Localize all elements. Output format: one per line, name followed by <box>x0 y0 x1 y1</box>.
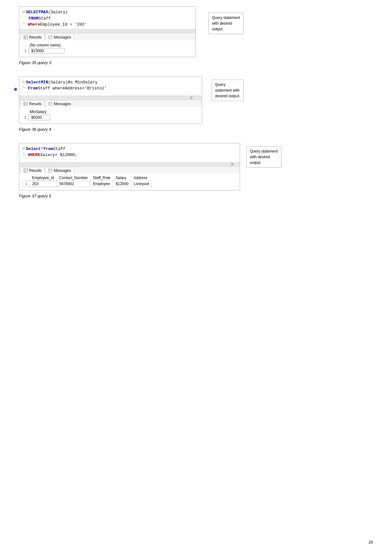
tab-messages-36[interactable]: Messages <box>45 100 74 107</box>
kw-parens-36: (Salary) <box>48 79 68 86</box>
kw-where: Where <box>28 21 40 28</box>
figure-35-wrapper: ⊟ SELECT MAX(Salary) FROM Staff └─ Where… <box>19 6 373 59</box>
tree-branch: └─ <box>22 21 27 27</box>
kw-staff: Staff <box>39 15 51 22</box>
table-row-num: 1 <box>23 181 30 187</box>
tab-results-35[interactable]: Results <box>21 34 45 40</box>
query-line-36-1: ⊟ Select MIN (Salary)As MinSalary <box>22 79 199 86</box>
kw-from-36: From <box>28 85 38 92</box>
tabs-row-37: Results Messages <box>19 166 240 174</box>
tabs-row-36: Results Messages <box>19 99 202 107</box>
kw-staffwhere-36: Staff where <box>38 85 65 92</box>
results-header-row-35: (No column name) <box>22 42 64 48</box>
figure-37-query-wrap: ⊟ Select * from Staff └─ WHERE Salary= $… <box>19 143 240 192</box>
results-area-35: (No column name) 1 $15000 <box>19 40 196 57</box>
messages-icon-37 <box>48 168 52 173</box>
horizontal-scrollbar-35[interactable] <box>19 29 196 33</box>
results-data-row-35: 1 $15000 <box>22 48 64 54</box>
figure-36: ⊟ Select MIN (Salary)As MinSalary └─ Fro… <box>19 76 373 132</box>
tab-results-label-36: Results <box>29 102 42 106</box>
kw-max: MAX <box>41 9 48 15</box>
results-rownum-35: 1 <box>22 48 28 54</box>
figure-35-query-area: ⊟ SELECT MAX(Salary) FROM Staff └─ Where… <box>19 7 196 29</box>
callout-36-line1: Query <box>215 82 240 87</box>
results-grid-35: (No column name) 1 $15000 <box>22 42 64 54</box>
callout-35: Query statement with desired output. <box>208 13 244 34</box>
collapse-icon: ⊟ <box>22 9 25 15</box>
kw-from: FROM <box>29 15 39 22</box>
results-icon-35 <box>23 35 28 39</box>
tab-results-label-37: Results <box>29 168 42 173</box>
callout-36-line2: statement with <box>215 87 240 93</box>
tab-messages-label-36: Messages <box>54 102 71 106</box>
results-table-header-row-37: Employee_Id Contact_Number Staff_Role Sa… <box>23 175 152 181</box>
tab-messages-37[interactable]: Messages <box>45 167 74 174</box>
callout-36: Query statement with desired output. <box>212 80 244 101</box>
tab-messages-35[interactable]: Messages <box>45 34 74 40</box>
results-table-body-37: 12035678902Employee$12000Liverpool <box>23 181 152 187</box>
horizontal-scrollbar-36[interactable]: ||| <box>19 96 202 99</box>
kw-min-36: MIN <box>41 79 48 86</box>
collapse-icon-36: ⊟ <box>22 79 25 85</box>
callout-37-line1: Query statement <box>250 148 278 154</box>
results-grid-36: MinSalary 1 $5000 <box>22 109 50 120</box>
col-staff-role-37: Staff_Role <box>90 175 113 181</box>
figure-35: ⊟ SELECT MAX(Salary) FROM Staff └─ Where… <box>19 6 373 65</box>
figure-37-wrapper: ⊟ Select * from Staff └─ WHERE Salary= $… <box>19 143 373 192</box>
results-rownum-header-36 <box>22 109 28 115</box>
col-employee-id-37: Employee_Id <box>29 175 57 181</box>
results-area-36: MinSalary 1 $5000 <box>19 107 202 123</box>
tab-results-37[interactable]: Results <box>21 167 45 174</box>
table-cell-0: 203 <box>29 181 57 187</box>
results-col-header-36: MinSalary <box>28 109 50 115</box>
results-header-row-36: MinSalary <box>22 109 50 115</box>
svg-rect-7 <box>24 102 27 106</box>
kw-select: SELECT <box>26 9 41 15</box>
callout-37: Query statement with desired output. <box>246 146 281 168</box>
svg-rect-14 <box>24 169 27 172</box>
figure-36-query-wrap: ⊟ Select MIN (Salary)As MinSalary └─ Fro… <box>19 76 202 126</box>
callout-36-line3: desired output. <box>215 93 240 99</box>
kw-condition: Employee_Id = '202' <box>40 21 87 28</box>
figure-36-wrapper: ⊟ Select MIN (Salary)As MinSalary └─ Fro… <box>19 76 373 126</box>
callout-37-container: Query statement with desired output. <box>246 146 281 168</box>
results-table-37: Employee_Id Contact_Number Staff_Role Sa… <box>22 175 152 187</box>
results-rownum-36: 1 <box>22 115 28 120</box>
scroll-indicator-36: ||| <box>190 96 192 99</box>
callout-35-line3: output. <box>212 26 240 32</box>
collapse-icon-37: ⊟ <box>22 146 25 152</box>
query-line-3: └─ Where Employee_Id = '202' <box>22 21 192 28</box>
figure-37-query-area: ⊟ Select * from Staff └─ WHERE Salary= $… <box>19 143 240 162</box>
callout-37-line2: with desired <box>250 154 278 160</box>
table-cell-3: $12000 <box>113 181 131 187</box>
kw-bristol-36: 'Bristol' <box>85 85 107 92</box>
figure-37-query-window: ⊟ Select * from Staff └─ WHERE Salary= $… <box>19 143 240 190</box>
query-line-2: FROM Staff <box>22 15 192 22</box>
kw-staff-37: Staff <box>53 146 65 152</box>
svg-rect-18 <box>48 169 52 172</box>
results-value-35: $15000 <box>28 48 65 54</box>
kw-salary-parens: (Salary) <box>48 9 68 15</box>
col-salary-37: Salary <box>113 175 131 181</box>
tab-messages-label-37: Messages <box>54 168 71 173</box>
scroll-indicator-37: ||| <box>231 163 233 166</box>
svg-rect-4 <box>48 36 52 39</box>
horizontal-scrollbar-37[interactable]: ||| <box>19 162 240 166</box>
kw-select-36: Select <box>26 79 41 86</box>
figure-35-query-window: ⊟ SELECT MAX(Salary) FROM Staff └─ Where… <box>19 6 196 57</box>
query-line-37-1: ⊟ Select * from Staff <box>22 146 237 152</box>
callout-37-line3: output. <box>250 160 278 166</box>
col-empty-37 <box>23 175 30 181</box>
tab-results-label-35: Results <box>29 35 42 39</box>
messages-icon-35 <box>48 35 52 39</box>
table-row: 12035678902Employee$12000Liverpool <box>23 181 152 187</box>
messages-icon-36 <box>48 102 52 106</box>
svg-rect-11 <box>48 102 52 105</box>
tab-results-36[interactable]: Results <box>21 100 45 107</box>
figure-36-query-area: ⊟ Select MIN (Salary)As MinSalary └─ Fro… <box>19 77 202 96</box>
kw-addr-36: Address= <box>65 85 84 92</box>
kw-where-37: WHERE <box>28 152 40 158</box>
query-line-37-2: └─ WHERE Salary= $12000; <box>22 152 237 158</box>
kw-salary-cond-37: Salary= $12000; <box>40 152 77 158</box>
callout-36-container: Query statement with desired output. <box>212 80 244 101</box>
